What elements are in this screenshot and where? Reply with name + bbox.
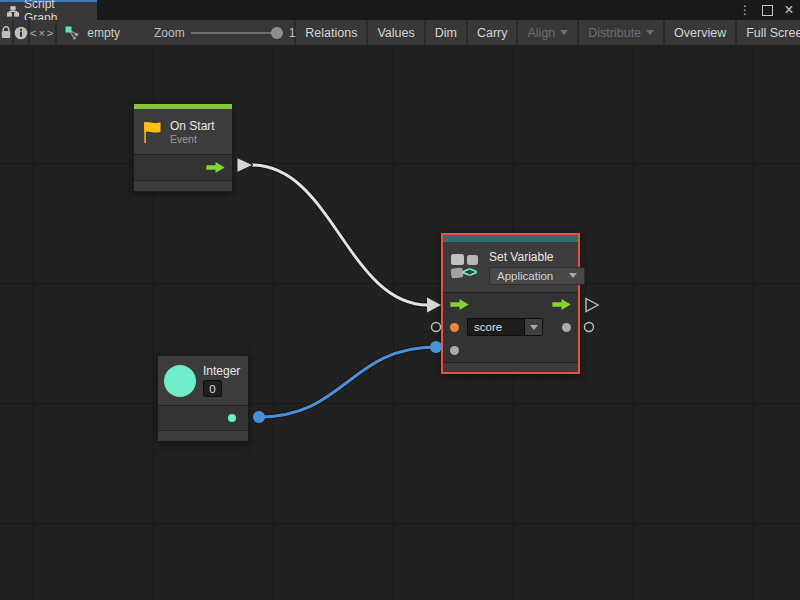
code-angle-icon xyxy=(30,26,55,40)
setvar-fallback-row xyxy=(443,338,578,362)
node-on-start[interactable]: On Start Event xyxy=(133,103,233,192)
zoom-control: Zoom 1x xyxy=(154,26,301,40)
lock-button[interactable] xyxy=(0,20,12,45)
node-integer[interactable]: Integer 0 xyxy=(157,355,249,442)
title-bar: Script Graph xyxy=(0,0,800,20)
code-view-button[interactable] xyxy=(30,20,55,45)
variable-accent-bar xyxy=(443,235,578,242)
chevron-down-icon xyxy=(560,30,568,35)
toolbar-main-cell: empty Zoom 1x xyxy=(57,20,294,45)
info-button[interactable] xyxy=(14,20,28,45)
node-footer xyxy=(158,430,248,441)
values-button[interactable]: Values xyxy=(368,20,423,45)
chevron-down-icon xyxy=(530,325,538,330)
distribute-button[interactable]: Distribute xyxy=(579,20,663,45)
zoom-slider-track xyxy=(191,32,283,34)
value-output-port[interactable] xyxy=(562,323,571,332)
align-button[interactable]: Align xyxy=(518,20,577,45)
toolbar-buttons: Relations Values Dim Carry Align Distrib… xyxy=(296,20,800,45)
zoom-slider[interactable] xyxy=(191,27,283,39)
tab-script-graph[interactable]: Script Graph xyxy=(0,0,97,20)
window-menu-icon[interactable] xyxy=(738,3,752,17)
variable-name-text[interactable]: score xyxy=(467,318,524,336)
window-controls xyxy=(738,0,796,20)
graph-hierarchy-icon xyxy=(7,6,19,17)
overview-button[interactable]: Overview xyxy=(665,20,735,45)
variables-code-icon xyxy=(451,254,481,280)
integer-value-field[interactable]: 0 xyxy=(203,380,222,397)
integer-literal-icon xyxy=(164,365,196,397)
fullscreen-button[interactable]: Full Screen xyxy=(737,20,800,45)
setvar-flow-row xyxy=(443,292,578,316)
variable-scope-dropdown[interactable]: Application xyxy=(489,267,585,285)
dim-button[interactable]: Dim xyxy=(426,20,466,45)
setvar-variable-row: score xyxy=(443,316,578,338)
graph-picker[interactable]: empty xyxy=(65,26,120,40)
graph-node-icon xyxy=(65,26,81,40)
flow-output-port[interactable] xyxy=(552,299,571,310)
flow-input-port[interactable] xyxy=(450,299,469,310)
fallback-value-input-port[interactable] xyxy=(450,346,459,355)
carry-button[interactable]: Carry xyxy=(468,20,517,45)
value-output-port[interactable] xyxy=(228,414,236,422)
lock-icon xyxy=(0,26,12,39)
graph-canvas[interactable] xyxy=(0,45,800,600)
variable-name-input-port[interactable] xyxy=(450,323,459,332)
on-start-header: On Start Event xyxy=(134,109,232,154)
flag-icon xyxy=(142,120,162,144)
flow-output-port[interactable] xyxy=(206,162,225,173)
variable-name-field[interactable]: score xyxy=(467,318,543,336)
graph-toolbar: empty Zoom 1x Relations Values Dim Carry… xyxy=(0,20,800,45)
node-footer xyxy=(134,180,232,191)
scope-label: Application xyxy=(497,270,553,282)
node-subtitle: Event xyxy=(170,133,215,145)
relations-button[interactable]: Relations xyxy=(296,20,366,45)
node-title: Set Variable xyxy=(489,250,585,264)
node-title: On Start xyxy=(170,119,215,133)
set-variable-header: Set Variable Application xyxy=(443,242,578,292)
close-icon[interactable] xyxy=(782,3,796,17)
variable-name-dropdown-button[interactable] xyxy=(524,318,543,336)
node-set-variable[interactable]: Set Variable Application score xyxy=(441,233,580,374)
node-footer xyxy=(443,362,578,372)
integer-header: Integer 0 xyxy=(158,356,248,405)
info-icon xyxy=(14,26,28,40)
chevron-down-icon xyxy=(569,273,577,278)
node-title: Integer xyxy=(203,364,240,378)
maximize-icon[interactable] xyxy=(760,3,774,17)
integer-output-row xyxy=(158,405,248,430)
zoom-slider-handle[interactable] xyxy=(271,27,283,39)
on-start-flow-row xyxy=(134,154,232,180)
zoom-label: Zoom xyxy=(154,26,185,40)
graph-picker-label: empty xyxy=(87,26,120,40)
chevron-down-icon xyxy=(646,30,654,35)
script-graph-window: Script Graph xyxy=(0,0,800,600)
